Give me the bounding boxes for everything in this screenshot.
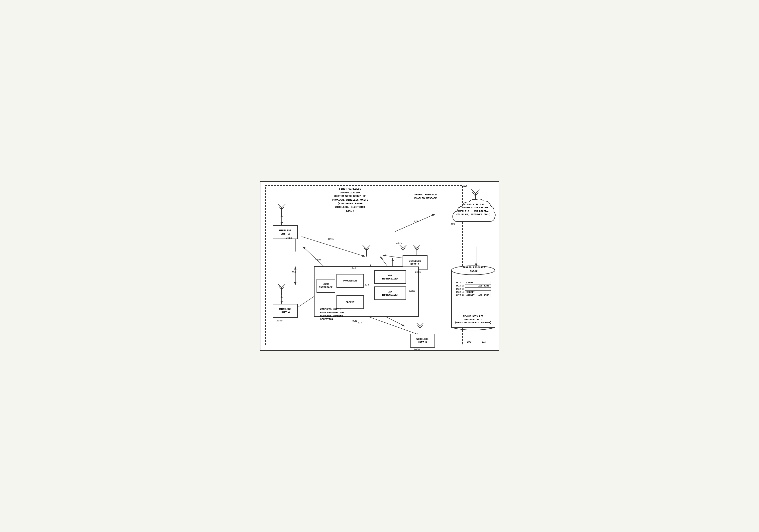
svg-line-58 xyxy=(475,192,478,196)
ref-106b: 106B xyxy=(286,236,292,239)
svg-line-33 xyxy=(282,286,284,289)
ref-102: 102 xyxy=(462,184,467,187)
svg-line-11 xyxy=(368,316,420,335)
svg-line-38 xyxy=(366,248,369,251)
antenna-central xyxy=(361,245,371,257)
svg-line-20 xyxy=(380,257,388,266)
svg-line-45 xyxy=(414,245,417,248)
ref-106d: 106D xyxy=(277,319,283,322)
svg-line-40 xyxy=(400,245,403,248)
svg-line-55 xyxy=(471,189,475,194)
antenna-wun xyxy=(415,323,425,334)
svg-line-52 xyxy=(418,325,420,328)
antenna-107c-right xyxy=(413,245,421,255)
shared-resource-database: SHARED RESOURCE AWARD UNIT 1CREDITUNIT 2… xyxy=(450,264,496,334)
ref-112: 112 xyxy=(352,266,356,269)
svg-line-32 xyxy=(279,286,282,289)
svg-line-10 xyxy=(382,315,405,326)
processor-box: PROCESSOR xyxy=(337,274,364,288)
ref-114: 114 xyxy=(482,341,486,343)
ref-106a: 106A xyxy=(351,320,357,323)
shared-resource-msg-label: SHARED RESOURCE ENABLED MESSAGE xyxy=(405,193,446,200)
svg-line-41 xyxy=(403,245,406,248)
antenna-wu4 xyxy=(277,284,287,295)
ref-104: 104 xyxy=(451,223,455,225)
ref-106n: 106N xyxy=(414,348,420,351)
svg-line-37 xyxy=(364,248,366,251)
ref-108: 108 xyxy=(292,271,296,274)
wan-transceiver-box: WAN TRANSCEIVER xyxy=(374,270,406,284)
ref-106c: 106C xyxy=(415,271,421,273)
ref-107a: 107A xyxy=(328,238,334,241)
user-interface-box: USER INTERFACE xyxy=(316,279,335,293)
svg-line-53 xyxy=(420,325,422,328)
ref-120: 120 xyxy=(414,220,418,223)
ref-113: 113 xyxy=(365,283,369,286)
svg-line-27 xyxy=(279,207,282,210)
ref-107b: 107B xyxy=(315,259,321,262)
diagram: FIRST WIRELESS COMMUNICATION SYSTEM WITH… xyxy=(260,181,499,351)
second-wireless-cloud: SECOND WIRELESS COMMUNICATION SYSTEM (WA… xyxy=(450,197,496,231)
memory-box: MEMORY xyxy=(337,295,364,309)
ref-100: 100 xyxy=(467,341,471,343)
main-title: FIRST WIRELESS COMMUNICATION SYSTEM WITH… xyxy=(318,187,382,213)
ref-110: 110 xyxy=(358,321,362,324)
svg-line-57 xyxy=(472,192,475,196)
svg-line-28 xyxy=(282,207,284,210)
lan-transceiver-box: LAN TRANSCEIVER xyxy=(374,286,406,300)
ref-107c: 107C xyxy=(396,242,402,244)
antenna-wu2 xyxy=(277,204,287,215)
antenna-107c-left xyxy=(399,245,408,255)
wireless-unit-4-box: WIRELESS UNIT 4 xyxy=(273,304,298,318)
svg-line-56 xyxy=(475,189,479,194)
svg-line-46 xyxy=(417,245,420,248)
svg-line-23 xyxy=(303,247,325,268)
ref-107d: 107D xyxy=(409,290,415,293)
wu1-title-label: WIRELESS UNIT 1 WITH PROXIMAL UNIT RESOU… xyxy=(320,308,370,321)
wireless-unit-n-box: WIRELESS UNIT N xyxy=(410,334,435,348)
wireless-unit-2-box: WIRELESS UNIT 2 xyxy=(273,225,298,239)
